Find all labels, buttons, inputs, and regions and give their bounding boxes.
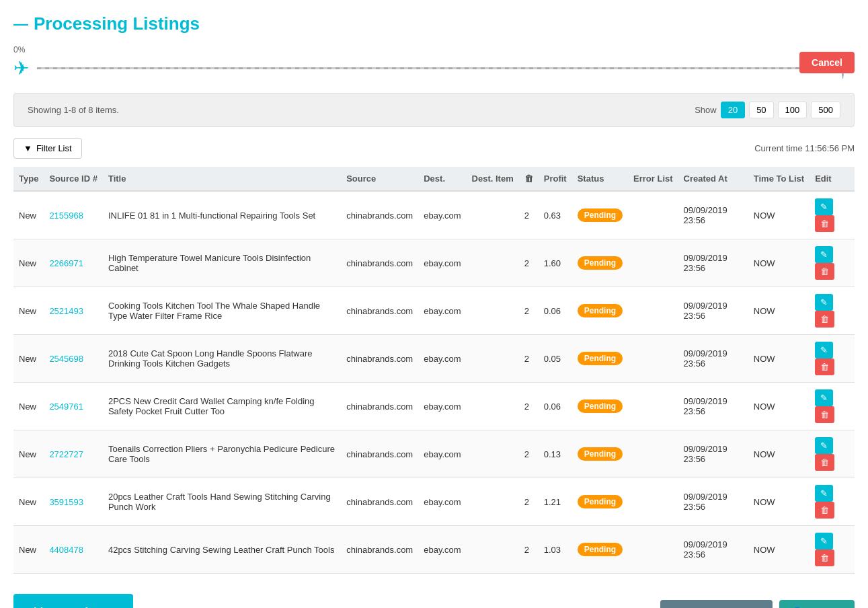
col-profit: Profit [539,167,572,191]
show-100-button[interactable]: 100 [778,102,807,118]
delete-button[interactable]: 🗑 [815,502,834,519]
show-20-button[interactable]: 20 [721,102,745,118]
delete-button[interactable]: 🗑 [815,454,834,471]
show-50-button[interactable]: 50 [749,102,773,118]
cell-profit: 0.63 [539,191,572,239]
delete-button[interactable]: 🗑 [815,406,834,423]
cell-dest: ebay.com [418,383,466,430]
col-created-at: Created At [678,167,748,191]
page-title: Processing Listings [34,13,200,34]
status-badge: Pending [578,352,623,365]
cell-status: Pending [572,383,628,430]
plane-icon: ✈ [13,57,29,79]
progress-percent: 0% [13,45,855,54]
filter-list-button[interactable]: ▼ Filter List [13,138,82,159]
edit-button[interactable]: ✎ [815,437,833,454]
status-badge: Pending [578,208,623,222]
cell-source-id: 4408478 [44,526,103,574]
cell-source-id: 2155968 [44,191,103,239]
edit-button[interactable]: ✎ [815,342,833,358]
cell-source: chinabrands.com [341,526,418,574]
cell-source-id: 2549761 [44,383,103,430]
cell-profit: 0.06 [539,383,572,430]
export-button[interactable]: 👤 Export ▾ [779,600,855,608]
progress-area: 0% ✈ 📍 Cancel [13,45,855,79]
cell-created-at: 09/09/2019 23:56 [678,191,748,239]
edit-button[interactable]: ✎ [815,485,833,502]
select-columns-button[interactable]: ☰ Select Columns ▾ [660,600,772,608]
show-controls: Show 20 50 100 500 [695,102,840,118]
source-id-link[interactable]: 2549761 [49,402,83,412]
table-row: New 4408478 42pcs Stitching Carving Sewi… [13,526,855,574]
table-body: New 2155968 INLIFE 01 81 in 1 Multi-func… [13,191,855,574]
cell-time-to-list: NOW [748,430,810,478]
cell-created-at: 09/09/2019 23:56 [678,526,748,574]
cell-error-list [628,335,678,383]
status-badge: Pending [578,447,623,461]
source-id-link[interactable]: 2545698 [49,354,83,364]
bottom-row: List more Items ☰ Select Columns ▾ 👤 Exp… [13,594,855,608]
list-more-button[interactable]: List more Items [13,594,133,608]
cell-edit: ✎ 🗑 [810,478,855,526]
cell-error-list [628,430,678,478]
source-id-link[interactable]: 2521493 [49,306,83,316]
table-row: New 2722727 Toenails Correction Pliers +… [13,430,855,478]
cell-status: Pending [572,287,628,335]
delete-button[interactable]: 🗑 [815,263,834,280]
cell-profit: 0.06 [539,287,572,335]
cell-source: chinabrands.com [341,239,418,287]
edit-button[interactable]: ✎ [815,389,833,406]
cell-source-id: 2545698 [44,335,103,383]
cell-created-at: 09/09/2019 23:56 [678,478,748,526]
source-id-link[interactable]: 3591593 [49,497,83,507]
cell-type: New [13,287,44,335]
cell-time-to-list: NOW [748,191,810,239]
source-id-link[interactable]: 2722727 [49,449,83,459]
delete-button[interactable]: 🗑 [815,549,834,566]
cell-error-list [628,478,678,526]
cell-error-list [628,383,678,430]
delete-button[interactable]: 🗑 [815,311,834,328]
cell-time-to-list: NOW [748,526,810,574]
cell-dest: ebay.com [418,430,466,478]
showing-text: Showing 1-8 of 8 items. [28,105,119,115]
cell-trash-count: 2 [519,430,539,478]
cell-created-at: 09/09/2019 23:56 [678,335,748,383]
edit-button[interactable]: ✎ [815,246,833,263]
cell-source: chinabrands.com [341,478,418,526]
delete-button[interactable]: 🗑 [815,215,834,232]
table-row: New 2266971 High Temperature Towel Manic… [13,239,855,287]
cell-dest: ebay.com [418,335,466,383]
cell-trash-count: 2 [519,239,539,287]
cell-profit: 1.03 [539,526,572,574]
show-label: Show [695,105,717,115]
source-id-link[interactable]: 2266971 [49,258,83,268]
delete-button[interactable]: 🗑 [815,358,834,375]
cell-edit: ✎ 🗑 [810,287,855,335]
cell-dest-item [467,478,519,526]
show-500-button[interactable]: 500 [811,102,840,118]
source-id-link[interactable]: 2155968 [49,211,83,221]
cell-profit: 0.13 [539,430,572,478]
cell-error-list [628,191,678,239]
filter-label: Filter List [36,143,72,153]
cell-status: Pending [572,335,628,383]
cell-dest: ebay.com [418,526,466,574]
cell-error-list [628,239,678,287]
cell-edit: ✎ 🗑 [810,191,855,239]
edit-button[interactable]: ✎ [815,294,833,311]
edit-button[interactable]: ✎ [815,198,833,215]
cell-dest: ebay.com [418,191,466,239]
source-id-link[interactable]: 4408478 [49,545,83,555]
cell-title: Toenails Correction Pliers + Paronychia … [103,430,341,478]
cell-source-id: 2266971 [44,239,103,287]
header-dash: — [13,15,28,33]
cell-edit: ✎ 🗑 [810,335,855,383]
edit-button[interactable]: ✎ [815,533,833,549]
cell-edit: ✎ 🗑 [810,430,855,478]
col-dest: Dest. [418,167,466,191]
cell-status: Pending [572,478,628,526]
cancel-button[interactable]: Cancel [799,52,855,73]
cell-edit: ✎ 🗑 [810,526,855,574]
status-badge: Pending [578,400,623,413]
